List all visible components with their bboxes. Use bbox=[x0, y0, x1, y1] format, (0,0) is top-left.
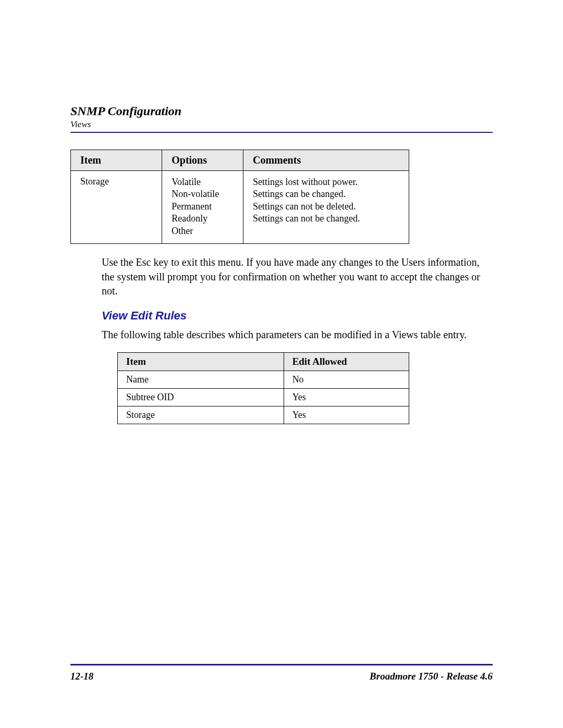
table-row: Subtree OID Yes bbox=[118, 389, 409, 406]
paragraph-esc-instructions: Use the Esc key to exit this menu. If yo… bbox=[102, 255, 482, 299]
document-title: Broadmore 1750 - Release 4.6 bbox=[370, 671, 493, 682]
table2-cell-edit: Yes bbox=[284, 389, 409, 406]
table-row: Storage Yes bbox=[118, 406, 409, 424]
table-row: Name No bbox=[118, 371, 409, 389]
options-table: Item Options Comments Storage Volatile N… bbox=[70, 150, 409, 244]
option-value: Permanent bbox=[172, 201, 234, 213]
table2-cell-edit: No bbox=[284, 371, 409, 389]
paragraph-table-intro: The following table describes which para… bbox=[102, 328, 482, 342]
subsection-label: Views bbox=[70, 119, 493, 130]
table-row: Storage Volatile Non-volatile Permanent … bbox=[71, 171, 409, 244]
table1-header-options: Options bbox=[162, 150, 243, 171]
table1-cell-options: Volatile Non-volatile Permanent Readonly… bbox=[162, 171, 243, 244]
table2-header-edit: Edit Allowed bbox=[284, 353, 409, 371]
table1-header-item: Item bbox=[71, 150, 162, 171]
table2-cell-item: Storage bbox=[118, 406, 284, 424]
option-value: Other bbox=[172, 225, 234, 237]
table1-cell-comments: Settings lost without power. Settings ca… bbox=[243, 171, 409, 244]
option-value: Volatile bbox=[172, 176, 234, 188]
page-number: 12-18 bbox=[70, 671, 93, 682]
comment-value: Settings can be changed. bbox=[253, 188, 399, 200]
page-footer: 12-18 Broadmore 1750 - Release 4.6 bbox=[70, 671, 493, 682]
subsection-heading: View Edit Rules bbox=[102, 309, 493, 323]
footer-rule bbox=[70, 664, 493, 665]
table2-header-item: Item bbox=[118, 353, 284, 371]
table2-cell-item: Subtree OID bbox=[118, 389, 284, 406]
edit-rules-table: Item Edit Allowed Name No Subtree OID Ye… bbox=[117, 352, 409, 424]
table1-cell-item: Storage bbox=[71, 171, 162, 244]
table2-cell-edit: Yes bbox=[284, 406, 409, 424]
option-value: Non-volatile bbox=[172, 188, 234, 200]
table1-header-comments: Comments bbox=[243, 150, 409, 171]
header-rule bbox=[70, 132, 493, 133]
section-title: SNMP Configuration bbox=[70, 104, 493, 118]
comment-value: Settings lost without power. bbox=[253, 176, 399, 188]
option-value: Readonly bbox=[172, 213, 234, 225]
table2-cell-item: Name bbox=[118, 371, 284, 389]
comment-value: Settings can not be deleted. bbox=[253, 201, 399, 213]
comment-value: Settings can not be changed. bbox=[253, 213, 399, 225]
